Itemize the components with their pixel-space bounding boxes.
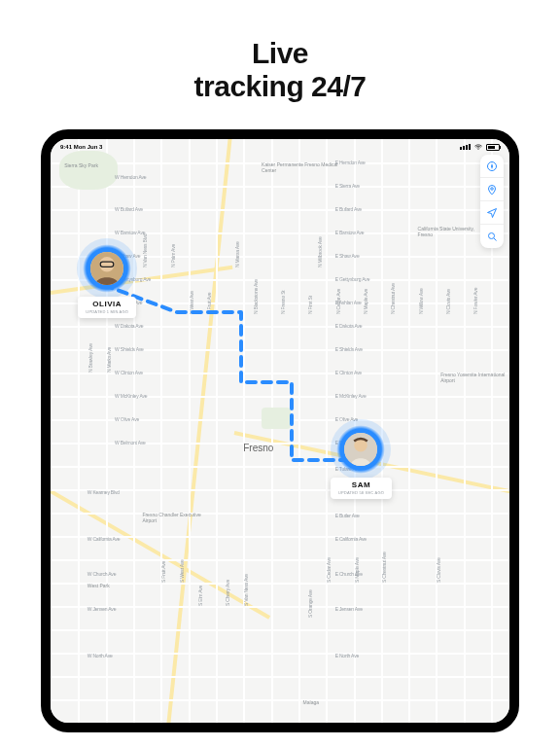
road-label: S Maple Ave xyxy=(354,557,360,583)
compass-icon[interactable] xyxy=(480,155,504,178)
road-label: W Dakota Ave xyxy=(115,323,143,329)
road-label: W Church Ave xyxy=(88,571,116,577)
place-label: Kaiser Permanente Fresno Medical Center xyxy=(262,162,339,173)
road-label: W Kearney Blvd xyxy=(88,489,120,495)
promo-headline: Live tracking 24/7 xyxy=(194,37,367,102)
road-label: E Butler Ave xyxy=(335,513,360,518)
road-label: N Brawley Ave xyxy=(88,343,93,373)
place-label: Fresno Yosemite International Airport xyxy=(440,373,508,383)
map-view[interactable]: E Herndon Ave E Sierra Ave E Bullard Ave… xyxy=(51,139,509,723)
road-label: S Cedar Ave xyxy=(326,557,332,583)
road-label: S Orange Ave xyxy=(307,590,313,619)
road-label: W Jensen Ave xyxy=(88,606,116,612)
person-sam[interactable]: SAM UPDATED 58 SEC AGO xyxy=(331,425,392,499)
place-label: Malaga xyxy=(303,699,319,705)
road-label: N Blackstone Ave xyxy=(253,279,259,314)
road-label: S Clovis Ave xyxy=(436,558,441,584)
road-label: S West Ave xyxy=(179,560,185,584)
road-label: S Cherry Ave xyxy=(225,580,230,606)
road-label: N Cedar Ave xyxy=(335,289,341,314)
road-label: E Sierra Ave xyxy=(335,183,360,189)
place-label: Sierra Sky Park xyxy=(64,162,98,168)
road-label: N Palm Ave xyxy=(170,244,176,267)
search-icon[interactable] xyxy=(480,225,504,248)
person-name: OLIVIA xyxy=(86,300,128,308)
road-label: N Fowler Ave xyxy=(472,288,478,314)
road-label: W Herndon Ave xyxy=(115,174,146,180)
name-chip-sam[interactable]: SAM UPDATED 58 SEC AGO xyxy=(331,478,392,499)
road-label: N Maple Ave xyxy=(363,289,368,314)
road-label: W California Ave xyxy=(88,536,121,542)
battery-icon xyxy=(486,144,500,151)
road-label: S Chestnut Ave xyxy=(381,552,387,584)
signal-icon xyxy=(460,144,471,150)
road-label: E Shaw Ave xyxy=(335,253,360,259)
ipad-device: 9:41 Mon Jun 3 xyxy=(41,129,519,732)
name-chip-olivia[interactable]: OLIVIA UPDATED 1 MIN AGO xyxy=(78,297,136,318)
road-label: E Barstow Ave xyxy=(335,230,365,235)
app-promo-page: Live tracking 24/7 9:41 Mon Jun 3 xyxy=(0,0,560,747)
road-label: E Shields Ave xyxy=(335,346,363,352)
person-olivia[interactable]: OLIVIA UPDATED 1 MIN AGO xyxy=(78,244,136,318)
status-bar: 9:41 Mon Jun 3 xyxy=(51,139,509,153)
road-label: W McKinley Ave xyxy=(115,393,147,399)
road-label: N Van Ness Blvd xyxy=(142,234,148,267)
road-label: E Dakota Ave xyxy=(335,323,363,329)
headline-line1: Live xyxy=(194,37,367,70)
avatar-sam[interactable] xyxy=(336,425,385,474)
svg-point-8 xyxy=(489,233,495,239)
road-label: N Chestnut Ave xyxy=(390,283,396,314)
road-label: W North Ave xyxy=(88,653,113,658)
headline-line2: tracking 24/7 xyxy=(194,70,367,103)
place-label: West Park xyxy=(88,583,110,588)
status-right xyxy=(460,143,500,151)
road-label: E Bullard Ave xyxy=(335,206,362,212)
road-label: N Fresno St xyxy=(280,291,286,314)
road-label: S Elm Ave xyxy=(197,586,203,606)
road-label: E California Ave xyxy=(335,536,367,542)
road-label: E Gettysburg Ave xyxy=(335,276,370,282)
road-label: N Marks Ave xyxy=(106,347,112,373)
road-label: E Herndon Ave xyxy=(335,160,366,165)
road-label: N First St xyxy=(307,296,313,314)
road-label: S Van Ness Ave xyxy=(243,574,249,606)
svg-point-7 xyxy=(491,187,494,190)
road-label: W Barstow Ave xyxy=(115,230,145,235)
road-label: E McKinley Ave xyxy=(335,393,367,399)
road-label: S Fruit Ave xyxy=(160,561,166,583)
avatar-olivia[interactable] xyxy=(83,244,131,293)
road-label: N Clovis Ave xyxy=(445,289,451,314)
person-name: SAM xyxy=(338,480,384,489)
road-label: N Maroa Ave xyxy=(234,242,240,268)
road-label: W Clinton Ave xyxy=(115,370,143,375)
svg-point-2 xyxy=(100,257,115,271)
road-label: E Clinton Ave xyxy=(335,370,362,375)
city-label: Fresno xyxy=(243,443,273,453)
status-time: 9:41 Mon Jun 3 xyxy=(60,144,102,150)
svg-point-0 xyxy=(478,149,479,150)
person-subtitle: UPDATED 58 SEC AGO xyxy=(338,490,384,495)
road-label: N West Ave xyxy=(189,291,194,314)
location-pin-icon[interactable] xyxy=(480,178,504,201)
place-label: Fresno Chandler Executive Airport xyxy=(142,513,210,523)
place-label: California State University, Fresno xyxy=(418,227,486,237)
road-label: W Belmont Ave xyxy=(115,440,146,445)
road-label: W Bullard Ave xyxy=(115,206,143,212)
map-toolbar xyxy=(480,155,504,248)
nav-arrow-icon[interactable] xyxy=(480,201,504,225)
road-label: N Fruit Ave xyxy=(206,293,212,314)
road-label: E North Ave xyxy=(335,653,359,658)
road-label: E Jensen Ave xyxy=(335,606,363,612)
road-label: E Olive Ave xyxy=(335,416,359,422)
wifi-icon xyxy=(474,143,482,151)
ipad-screen: 9:41 Mon Jun 3 xyxy=(41,129,519,732)
road-label: W Shields Ave xyxy=(115,346,144,352)
road-label: N Willow Ave xyxy=(418,289,424,315)
road-label: W Olive Ave xyxy=(115,416,139,422)
person-subtitle: UPDATED 1 MIN AGO xyxy=(86,309,128,314)
road-label: N Millbrook Ave xyxy=(317,237,323,268)
